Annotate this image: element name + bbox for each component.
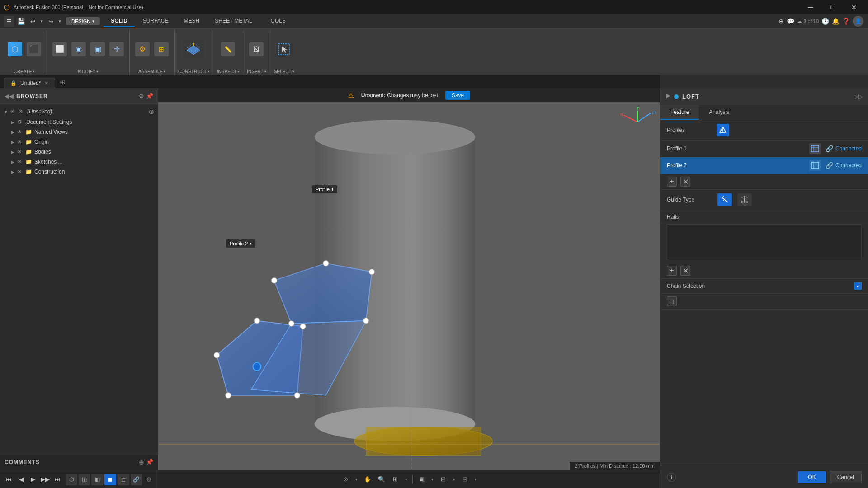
tree-item-document-settings[interactable]: ▶ ⚙ Document Settings	[0, 117, 158, 127]
eye-icon-construction[interactable]: 👁	[17, 169, 24, 174]
select-button[interactable]	[275, 40, 293, 58]
tree-item-bodies[interactable]: ▶ 👁 📁 Bodies	[0, 147, 158, 157]
profile2-row[interactable]: Profile 2 🔗 Connected	[660, 157, 868, 174]
eye-icon-sketches[interactable]: 👁	[17, 159, 24, 164]
app-menu-button[interactable]: ☰	[4, 16, 14, 27]
maximize-button[interactable]: □	[822, 0, 843, 14]
modify-group-label[interactable]: MODIFY ▾	[78, 68, 99, 75]
grid-dropdown[interactable]: ▾	[451, 473, 458, 486]
modify-move-button[interactable]: ✛	[108, 40, 126, 58]
tab-solid[interactable]: SOLID	[104, 16, 135, 27]
anim-btn-3[interactable]: ◧	[91, 474, 103, 485]
modify-press-pull-button[interactable]: ⬜	[51, 40, 69, 58]
redo-dropdown[interactable]: ▾	[57, 16, 62, 27]
skip-to-start-button[interactable]: ⏮	[4, 474, 14, 485]
assemble-group-label[interactable]: ASSEMBLE ▾	[138, 68, 165, 75]
browser-back-icon[interactable]: ◀◀	[5, 93, 14, 99]
notifications-button[interactable]: 🔔	[832, 18, 840, 25]
view-dropdown[interactable]: ▾	[473, 473, 479, 486]
clock-icon[interactable]: 🕐	[821, 18, 829, 25]
loft-tab-feature[interactable]: Feature	[660, 105, 699, 120]
ok-button[interactable]: OK	[798, 471, 826, 483]
modify-shell-button[interactable]: ▣	[89, 40, 107, 58]
step-back-button[interactable]: ◀	[16, 474, 27, 485]
profile2-tooltip[interactable]: Profile 2 ▾	[226, 239, 255, 248]
tree-item-construction[interactable]: ▶ 👁 📁 Construction	[0, 167, 158, 177]
eye-icon-named-views[interactable]: 👁	[17, 129, 24, 135]
fit-button[interactable]: ⊞	[389, 473, 402, 486]
tab-surface[interactable]: SURFACE	[136, 16, 176, 27]
inspect-measure-button[interactable]: 📏	[219, 40, 237, 58]
add-rail-button[interactable]: +	[667, 266, 677, 276]
eye-icon-bodies[interactable]: 👁	[17, 149, 24, 155]
minimize-button[interactable]: ─	[800, 0, 821, 14]
browser-settings-icon[interactable]: ⚙	[139, 93, 144, 99]
tree-item-origin[interactable]: ▶ 👁 📁 Origin	[0, 137, 158, 147]
section-toggle[interactable]: ◻	[667, 296, 677, 306]
grid-settings-button[interactable]: ⊞	[437, 473, 450, 486]
settings-gear-icon[interactable]: ⚙	[143, 474, 154, 485]
tab-tools[interactable]: TOOLS	[260, 16, 292, 27]
tab-sheet-metal[interactable]: SHEET METAL	[208, 16, 259, 27]
eye-icon-unsaved[interactable]: 👁	[10, 109, 17, 114]
orbit-button[interactable]: ⊙	[340, 473, 352, 486]
comments-add-icon[interactable]: ⊕	[139, 459, 144, 466]
extensions-button[interactable]: ⊕	[778, 18, 784, 25]
zoom-dropdown[interactable]: ▾	[403, 473, 410, 486]
close-button[interactable]: ✕	[844, 0, 864, 14]
construct-group-label[interactable]: CONSTRUCT ▾	[178, 68, 209, 75]
anim-btn-1[interactable]: ⬡	[66, 474, 77, 485]
chain-selection-checkbox[interactable]: ✓	[854, 282, 862, 290]
undo-dropdown[interactable]: ▾	[39, 16, 44, 27]
chat-button[interactable]: 💬	[787, 18, 794, 25]
save-button[interactable]: Save	[445, 91, 470, 100]
loft-collapse-icon[interactable]: ▷▷	[854, 93, 863, 100]
guide-type-rails-button[interactable]	[717, 193, 732, 206]
orbit-dropdown[interactable]: ▾	[354, 473, 360, 486]
comments-pin-icon[interactable]: 📌	[146, 459, 153, 466]
view-settings-button[interactable]: ⊟	[459, 473, 472, 486]
profiles-select-button[interactable]	[717, 124, 729, 136]
profile2-icon[interactable]	[809, 160, 821, 171]
modify-fillet-button[interactable]: ◉	[70, 40, 88, 58]
play-button[interactable]: ▶	[28, 474, 39, 485]
redo-button[interactable]: ↪	[45, 16, 56, 27]
guide-type-centerline-button[interactable]	[737, 193, 752, 206]
assemble-joint2-button[interactable]: ⊞	[152, 40, 170, 58]
new-tab-button[interactable]: ⊕	[55, 76, 70, 88]
loft-tab-analysis[interactable]: Analysis	[699, 105, 739, 120]
anim-btn-4[interactable]: ◼	[104, 474, 116, 485]
user-avatar[interactable]: 👤	[853, 16, 863, 27]
pan-button[interactable]: ✋	[361, 473, 374, 486]
tree-item-sketches[interactable]: ▶ 👁 📁 Sketches …	[0, 157, 158, 167]
step-forward-button[interactable]: ▶▶	[40, 474, 51, 485]
remove-rail-button[interactable]: ✕	[680, 266, 690, 276]
anim-btn-5[interactable]: ◻	[118, 474, 129, 485]
inspect-group-label[interactable]: INSPECT ▾	[217, 68, 239, 75]
profile2-dropdown-icon[interactable]: ▾	[250, 241, 252, 246]
loft-expand-icon[interactable]: ◀	[666, 93, 670, 100]
display-settings-button[interactable]: ▣	[415, 473, 428, 486]
viewport[interactable]: ⚠ Unsaved: Changes may be lost Save	[158, 88, 660, 488]
tree-item-named-views[interactable]: ▶ 👁 📁 Named Views	[0, 127, 158, 137]
create-new-component-button[interactable]: ⬡	[6, 40, 24, 58]
cancel-button[interactable]: Cancel	[830, 471, 862, 483]
skip-to-end-button[interactable]: ⏭	[52, 474, 63, 485]
tab-mesh[interactable]: MESH	[177, 16, 207, 27]
eye-icon-origin[interactable]: 👁	[17, 139, 24, 145]
insert-image-button[interactable]: 🖼	[247, 40, 265, 58]
browser-pin-icon[interactable]: 📌	[146, 93, 153, 99]
construct-plane-button[interactable]	[183, 38, 204, 60]
tree-item-unsaved[interactable]: ▼ 👁 ⚙ (Unsaved) ⊕	[0, 106, 158, 117]
insert-group-label[interactable]: INSERT ▾	[247, 68, 266, 75]
select-group-label[interactable]: SELECT ▾	[274, 68, 294, 75]
save-file-button[interactable]: 💾	[15, 16, 26, 27]
info-button[interactable]: ℹ	[667, 473, 676, 482]
close-tab-icon[interactable]: ✕	[44, 80, 48, 86]
assemble-joint-button[interactable]: ⚙	[133, 40, 151, 58]
help-button[interactable]: ❓	[842, 18, 850, 25]
add-profile-button[interactable]: +	[667, 177, 677, 187]
anim-btn-2[interactable]: ◫	[79, 474, 90, 485]
profile1-icon[interactable]	[809, 143, 821, 154]
anim-btn-6[interactable]: 🔗	[131, 474, 142, 485]
